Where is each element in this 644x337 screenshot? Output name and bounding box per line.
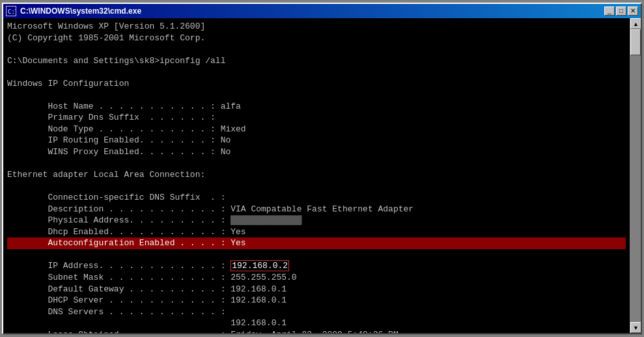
line-dns-ip: 192.168.0.1 (7, 318, 287, 328)
line-lease-obt: Lease Obtained. . . . . . . . . . : Frid… (7, 330, 399, 333)
line-host: Host Name . . . . . . . . . . . : alfa (7, 101, 241, 111)
window-title: C:\WINDOWS\system32\cmd.exe (20, 7, 141, 16)
maximize-button[interactable]: □ (616, 7, 626, 16)
scroll-down-button[interactable]: ▼ (630, 322, 641, 333)
line-blank2 (7, 182, 12, 191)
line-gateway: Default Gateway . . . . . . . . . : 192.… (7, 284, 287, 294)
scroll-up-button[interactable]: ▲ (630, 18, 641, 29)
line-4: C:\Documents and Settings\sk8>ipconfig /… (7, 56, 225, 66)
line-6: Windows IP Configuration (7, 79, 129, 88)
terminal-output[interactable]: Microsoft Windows XP [Version 5.1.2600] … (3, 18, 630, 333)
line-3 (7, 44, 12, 54)
cmd-window: C:\ C:\WINDOWS\system32\cmd.exe _ □ ✕ Mi… (2, 3, 642, 334)
line-wins: WINS Proxy Enabled. . . . . . . : No (7, 147, 231, 157)
scrollbar[interactable]: ▲ ▼ (630, 18, 641, 333)
line-node-type: Node Type . . . . . . . . . . . : Mixed (7, 124, 246, 134)
close-button[interactable]: ✕ (628, 7, 638, 16)
title-bar-left: C:\ C:\WINDOWS\system32\cmd.exe (6, 6, 141, 16)
line-dns-suffix: Primary Dns Suffix . . . . . . : (7, 113, 221, 122)
line-autoconf: Autoconfiguration Enabled . . . . : Yes (7, 237, 626, 249)
line-ip-routing: IP Routing Enabled. . . . . . . : No (7, 135, 231, 145)
line-7 (7, 90, 12, 100)
line-5 (7, 67, 12, 77)
scroll-track[interactable] (630, 29, 641, 322)
title-buttons: _ □ ✕ (604, 7, 638, 16)
line-ip: IP Address. . . . . . . . . . . . : 192.… (7, 260, 289, 271)
line-1: Microsoft Windows XP [Version 5.1.2600] (7, 21, 205, 31)
title-bar: C:\ C:\WINDOWS\system32\cmd.exe _ □ ✕ (3, 4, 641, 18)
line-desc: Description . . . . . . . . . . . : VIA … (7, 204, 413, 214)
line-subnet: Subnet Mask . . . . . . . . . . . : 255.… (7, 273, 297, 282)
line-dhcp-server: DHCP Server . . . . . . . . . . . : 192.… (7, 295, 287, 305)
line-blank1 (7, 159, 12, 168)
line-phys: Physical Address. . . . . . . . . : ██-█… (7, 215, 301, 225)
svg-text:C:\: C:\ (8, 8, 16, 15)
line-conn-suffix: Connection-specific DNS Suffix . : (7, 193, 225, 202)
scroll-thumb[interactable] (630, 29, 641, 55)
minimize-button[interactable]: _ (604, 7, 615, 16)
ip-address-highlight: 192.168.0.2 (231, 260, 289, 271)
content-area: Microsoft Windows XP [Version 5.1.2600] … (3, 18, 641, 333)
line-dhcp: Dhcp Enabled. . . . . . . . . . . : Yes (7, 227, 246, 237)
line-2: (C) Copyright 1985-2001 Microsoft Corp. (7, 33, 205, 43)
line-dns-servers: DNS Servers . . . . . . . . . . . : (7, 307, 225, 317)
cmd-icon: C:\ (6, 6, 16, 16)
line-eth-local: Ethernet adapter Local Area Connection: (7, 170, 205, 180)
